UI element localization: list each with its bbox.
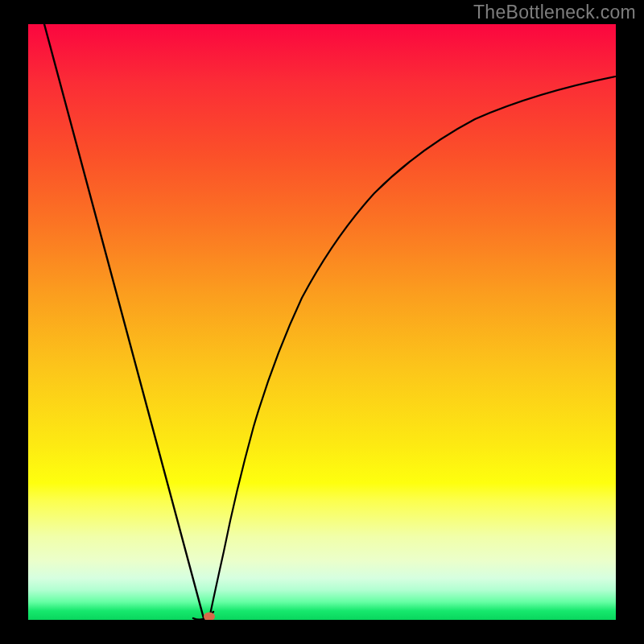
minimum-marker [204, 613, 215, 621]
bottleneck-curve [28, 24, 616, 620]
curve-right-branch [209, 76, 616, 618]
curve-left-branch [44, 24, 204, 618]
chart-frame: TheBottleneck.com [0, 0, 644, 644]
watermark-text: TheBottleneck.com [473, 2, 636, 23]
plot-area [28, 24, 616, 620]
